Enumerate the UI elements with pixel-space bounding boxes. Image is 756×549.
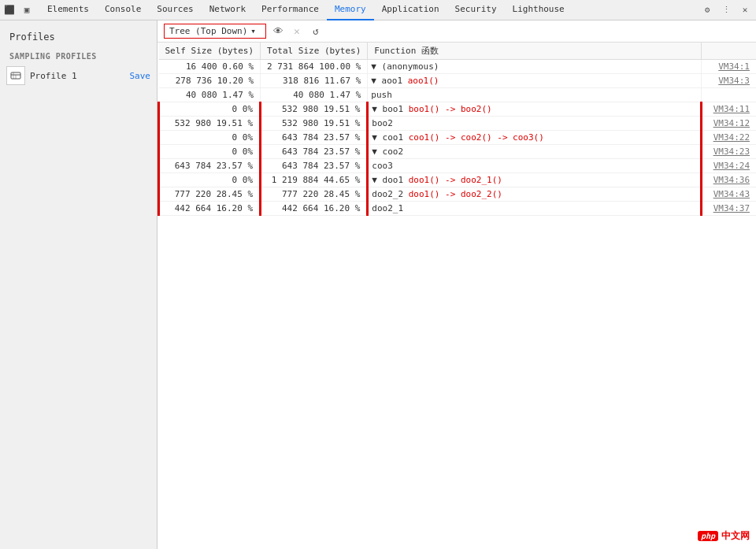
table-row[interactable]: 532 980 19.51 %532 980 19.51 % boo2VM34:… [159,117,757,131]
cell-function: coo3 [368,159,701,173]
table-row[interactable]: 777 220 28.45 %777 220 28.45 % doo2_2 do… [159,187,757,202]
cell-total-size: 643 784 23.57 % [261,159,368,173]
refresh-icon[interactable]: ↺ [309,24,323,39]
col-header-link [701,43,756,60]
cell-link[interactable]: VM34:11 [701,102,756,117]
tab-performance[interactable]: Performance [254,0,327,20]
cell-function: boo2 [368,117,701,131]
table-row[interactable]: 0 0%643 784 23.57 %▼ coo1 coo1() -> coo2… [159,131,757,145]
tab-lighthouse[interactable]: Lighthouse [505,0,573,20]
cell-link[interactable]: VM34:23 [701,145,756,159]
cell-link[interactable]: VM34:12 [701,117,756,131]
cell-function: ▼ coo2 [368,145,701,159]
content-toolbar: Tree (Top Down) ▾ 👁 ✕ ↺ [158,20,756,43]
settings-icon[interactable]: ⚙ [699,2,715,18]
close-icon[interactable]: ✕ [737,2,753,18]
cell-link[interactable]: VM34:1 [701,60,756,74]
cell-function: ▼ aoo1 aoo1() [368,74,701,88]
php-logo: php [698,531,718,541]
col-header-self-size[interactable]: Self Size (bytes) [159,43,261,60]
elements-icon[interactable]: ▣ [20,4,33,17]
dropdown-label: Tree (Top Down) [169,26,247,36]
cell-link[interactable]: VM34:37 [701,202,756,216]
cell-function: ▼ coo1 coo1() -> coo2() -> coo3() [368,131,701,145]
cell-function: ▼ (anonymous) [368,60,701,74]
cell-self-size: 0 0% [159,173,261,187]
tab-security[interactable]: Security [447,0,505,20]
cell-link[interactable]: VM34:3 [701,74,756,88]
cell-total-size: 40 080 1.47 % [261,88,368,102]
settings-group: ⚙ ⋮ ✕ [699,2,753,18]
cell-self-size: 442 664 16.20 % [159,202,261,216]
php-badge: php 中文网 [698,529,750,543]
sidebar-title: Profiles [0,27,157,47]
more-icon[interactable]: ⋮ [718,2,734,18]
cell-total-size: 777 220 28.45 % [261,187,368,202]
cell-total-size: 2 731 864 100.00 % [261,60,368,74]
profile-item[interactable]: Profile 1 Save [0,64,157,87]
cell-total-size: 532 980 19.51 % [261,117,368,131]
col-header-function[interactable]: Function 函数 [368,43,701,60]
cell-function: doo2_1 [368,202,701,216]
cell-total-size: 442 664 16.20 % [261,202,368,216]
cell-self-size: 643 784 23.57 % [159,159,261,173]
cell-self-size: 777 220 28.45 % [159,187,261,202]
cell-link[interactable]: VM34:43 [701,187,756,202]
tab-application[interactable]: Application [374,0,447,20]
table-row[interactable]: 0 0%643 784 23.57 % ▼ coo2VM34:23 [159,145,757,159]
cell-function: push [368,88,701,102]
profile-name: Profile 1 [30,71,130,81]
cell-total-size: 643 784 23.57 % [261,145,368,159]
cell-total-size: 318 816 11.67 % [261,74,368,88]
cell-link[interactable] [701,88,756,102]
table-row[interactable]: 442 664 16.20 %442 664 16.20 % doo2_1VM3… [159,202,757,216]
cell-function: ▼ doo1 doo1() -> doo2_1() [368,173,701,187]
data-table-wrapper: Self Size (bytes) Total Size (bytes) Fun… [158,43,756,549]
tab-network[interactable]: Network [202,0,254,20]
dropdown-arrow-icon: ▾ [250,26,256,36]
tab-sources[interactable]: Sources [149,0,201,20]
cell-self-size: 40 080 1.47 % [159,88,261,102]
cell-self-size: 16 400 0.60 % [159,60,261,74]
col-header-total-size[interactable]: Total Size (bytes) [261,43,368,60]
content-area: Tree (Top Down) ▾ 👁 ✕ ↺ Self Size (bytes… [158,20,756,549]
eye-icon[interactable]: 👁 [271,24,285,39]
cell-link[interactable]: VM34:22 [701,131,756,145]
sidebar: Profiles SAMPLING PROFILES Profile 1 Sav… [0,20,158,549]
tab-memory[interactable]: Memory [327,0,374,20]
cell-self-size: 532 980 19.51 % [159,117,261,131]
cell-link[interactable]: VM34:24 [701,159,756,173]
dock-icon[interactable]: ⬛ [3,4,16,17]
cell-self-size: 278 736 10.20 % [159,74,261,88]
cell-self-size: 0 0% [159,145,261,159]
cell-function: ▼ boo1 boo1() -> boo2() [368,102,701,117]
table-row[interactable]: 278 736 10.20 %318 816 11.67 %▼ aoo1 aoo… [159,74,757,88]
table-row[interactable]: 0 0%532 980 19.51 %▼ boo1 boo1() -> boo2… [159,102,757,117]
php-text: 中文网 [721,529,750,543]
cell-total-size: 1 219 884 44.65 % [261,173,368,187]
table-row[interactable]: 16 400 0.60 %2 731 864 100.00 %▼ (anonym… [159,60,757,74]
cell-link[interactable]: VM34:36 [701,173,756,187]
cancel-icon[interactable]: ✕ [290,24,304,39]
cell-total-size: 532 980 19.51 % [261,102,368,117]
cell-self-size: 0 0% [159,102,261,117]
profile-icon [6,66,25,85]
devtools-icons: ⬛ ▣ [3,4,33,17]
tab-elements[interactable]: Elements [39,0,97,20]
save-button[interactable]: Save [130,71,151,81]
cell-total-size: 643 784 23.57 % [261,131,368,145]
table-row[interactable]: 40 080 1.47 %40 080 1.47 % push [159,88,757,102]
view-dropdown[interactable]: Tree (Top Down) ▾ [164,24,266,39]
devtools-tab-bar: ⬛ ▣ Elements Console Sources Network Per… [0,0,756,20]
memory-table: Self Size (bytes) Total Size (bytes) Fun… [158,43,756,216]
tab-console[interactable]: Console [97,0,149,20]
cell-self-size: 0 0% [159,131,261,145]
table-row[interactable]: 0 0%1 219 884 44.65 %▼ doo1 doo1() -> do… [159,173,757,187]
main-layout: Profiles SAMPLING PROFILES Profile 1 Sav… [0,20,756,549]
cell-function: doo2_2 doo1() -> doo2_2() [368,187,701,202]
table-row[interactable]: 643 784 23.57 %643 784 23.57 % coo3VM34:… [159,159,757,173]
sidebar-section-title: SAMPLING PROFILES [0,47,157,64]
